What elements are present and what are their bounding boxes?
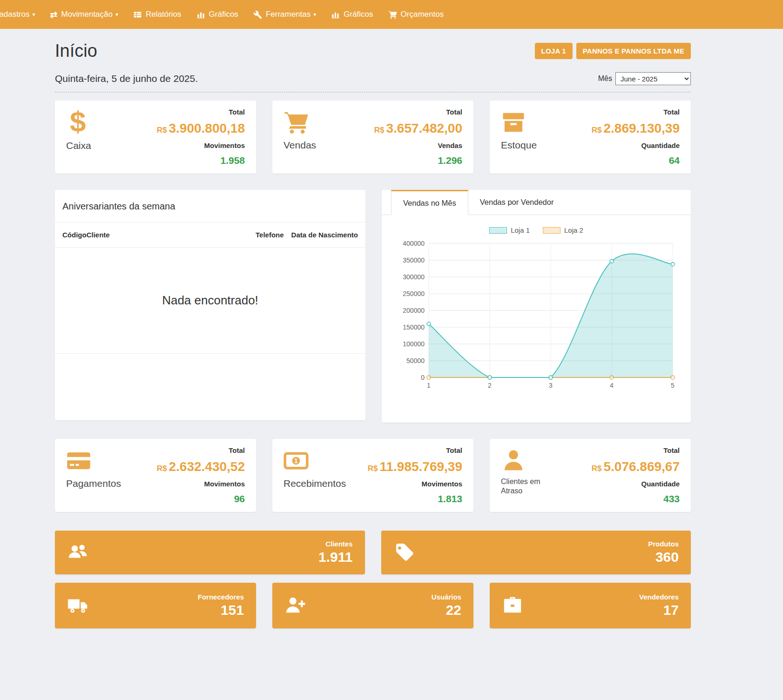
sub-label: Movimentos [157,480,245,488]
nav-item-label: Gráficos [209,10,238,19]
nav-item-orcamentos[interactable]: Orçamentos [381,0,452,29]
chart-legend: Loja 1 Loja 2 [382,226,691,234]
currency-prefix: R$ [592,126,602,135]
nav-item-label: Ferramentas [266,10,310,19]
nav-item-label: Orçamentos [401,10,444,19]
legend-item-loja1[interactable]: Loja 1 [489,226,530,234]
nav-item-graficos-1[interactable]: Gráficos [189,0,246,29]
sub-label: Quantidade [592,480,680,488]
card-vendas: Vendas Total R$3.657.482,00 Vendas 1.296 [272,101,473,174]
birthdays-title: Aniversariantes da semana [55,190,365,222]
tile-value: 1.911 [318,549,352,565]
nav-item-relatorios[interactable]: Relatórios [126,0,189,29]
card-pagamentos: Pagamentos Total R$2.632.430,52 Moviment… [55,439,256,512]
tab-vendas-no-mes[interactable]: Vendas no Mês [391,190,468,215]
tiles-row-1: Clientes 1.911 Produtos 360 [55,531,691,574]
total-label: Total [368,446,462,454]
total-value: R$3.900.800,18 [157,121,245,136]
total-label: Total [157,108,245,116]
nav-item-graficos-2[interactable]: Gráficos [324,0,380,29]
column-header-codigo: Código [62,231,87,239]
tab-vendas-por-vendedor[interactable]: Vendas por Vendedor [468,190,566,215]
company-button[interactable]: PANNOS E PANNOS LTDA ME [576,43,691,59]
total-label: Total [157,446,245,454]
cart-icon [388,10,397,19]
birthdays-table-header: CódigoCliente Telefone Data de Nasciment… [55,222,365,248]
tile-produtos[interactable]: Produtos 360 [381,531,691,574]
stats-row-top: $ Caixa Total R$3.900.800,18 Movimentos … [55,101,691,174]
sales-chart-svg: 0500001000001500002000002500003000003500… [394,238,678,391]
nav-item-cadastros[interactable]: Cadastros ▾ [0,0,43,29]
nav-item-label: Movimentação [61,10,113,19]
sub-value: 1.296 [374,155,462,166]
amount: 2.869.130,39 [604,121,680,135]
tile-label: Vendedores [639,593,679,601]
stats-row-bottom: Pagamentos Total R$2.632.430,52 Moviment… [55,439,691,512]
tile-usuarios[interactable]: Usuários 22 [272,583,473,628]
tile-label: Clientes [318,540,352,548]
total-value: R$3.657.482,00 [374,121,462,136]
nav-item-label: Gráficos [344,10,373,19]
svg-text:2: 2 [488,382,492,389]
svg-text:350000: 350000 [403,256,425,264]
sub-value: 96 [157,493,245,505]
card-label: Recebimentos [284,478,346,489]
tag-icon [393,542,415,563]
svg-text:3: 3 [549,382,553,389]
sub-value: 1.813 [368,493,462,505]
tile-fornecedores[interactable]: Fornecedores 151 [55,583,256,628]
cart-icon [284,110,309,135]
column-header-cliente: Cliente [87,231,110,239]
empty-state: Nada encontrado! [55,248,365,354]
sub-value: 1.958 [157,155,245,166]
card-label: Vendas [284,140,316,151]
chart-tabs: Vendas no Mês Vendas por Vendedor [382,190,691,215]
svg-text:400000: 400000 [403,240,425,247]
credit-card-icon [66,448,91,473]
nav-item-movimentacao[interactable]: ⇄ Movimentação ▾ [43,0,126,29]
card-caixa: $ Caixa Total R$3.900.800,18 Movimentos … [55,101,256,174]
exchange-icon: ⇄ [50,10,58,19]
currency-prefix: R$ [368,464,378,473]
tile-value: 360 [648,549,679,565]
user-plus-icon [284,595,306,616]
bar-chart-icon [331,10,340,19]
tile-clientes[interactable]: Clientes 1.911 [55,531,365,574]
store-button[interactable]: LOJA 1 [535,43,573,59]
card-label: Pagamentos [66,478,121,489]
total-value: R$2.869.130,39 [592,121,680,136]
tile-vendedores[interactable]: Vendedores 17 [490,583,691,628]
card-label: Clientes em Atraso [501,477,552,496]
currency-prefix: R$ [374,126,385,135]
tile-label: Produtos [648,540,679,548]
currency-prefix: R$ [157,464,167,473]
sub-label: Quantidade [592,141,680,149]
sub-label: Vendas [374,141,462,149]
legend-swatch [489,227,507,234]
person-icon [501,448,526,473]
tile-label: Usuários [432,593,461,601]
bar-chart-icon [196,10,205,19]
nav-item-ferramentas[interactable]: Ferramentas ▾ [246,0,324,29]
legend-item-loja2[interactable]: Loja 2 [543,226,583,234]
svg-text:250000: 250000 [403,290,425,297]
month-picker: Mês June - 2025 [598,72,691,85]
column-header-telefone: Telefone [256,231,284,239]
nav-item-label: Relatórios [146,10,182,19]
card-label: Estoque [501,140,537,151]
legend-label: Loja 1 [511,226,530,234]
tile-value: 22 [432,602,461,618]
amount: 3.657.482,00 [386,121,463,135]
header-buttons: LOJA 1 PANNOS E PANNOS LTDA ME [535,43,691,59]
svg-text:4: 4 [610,382,614,389]
sub-label: Movimentos [157,141,245,149]
briefcase-icon [502,595,523,616]
month-select[interactable]: June - 2025 [615,72,691,85]
legend-swatch [543,227,560,234]
card-label: Caixa [66,140,91,151]
date-row: Quinta-feira, 5 de junho de 2025. Mês Ju… [55,72,691,85]
column-header-nascimento: Data de Nascimento [291,231,358,239]
chevron-down-icon: ▾ [32,11,35,18]
nav-item-label: Cadastros [0,10,29,19]
sub-label: Movimentos [368,480,462,488]
